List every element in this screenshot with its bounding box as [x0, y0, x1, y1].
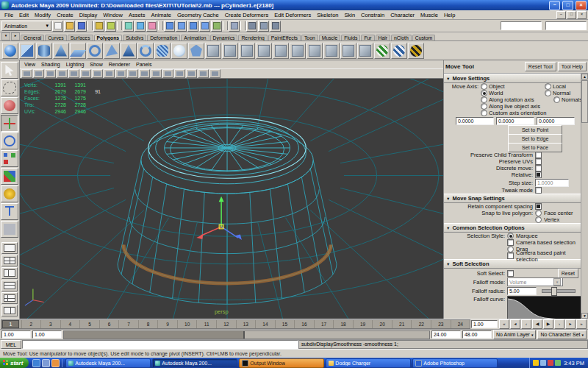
- universal-manipulator-icon[interactable]: [1, 168, 18, 185]
- soft-mod-tool-icon[interactable]: [1, 185, 18, 202]
- select-object-icon[interactable]: [135, 21, 146, 32]
- radio-drag[interactable]: [507, 246, 514, 252]
- select-camera-icon[interactable]: [21, 69, 32, 78]
- snap-to-point-icon[interactable]: [187, 21, 198, 32]
- show-manipulator-tool-icon[interactable]: [1, 203, 18, 220]
- shelf-tab[interactable]: PaintEffects: [268, 35, 301, 40]
- radio-custom-axis-orientation[interactable]: [481, 110, 487, 116]
- checker-blue-material-icon[interactable]: [391, 43, 407, 59]
- open-scene-icon[interactable]: [64, 21, 75, 32]
- safe-action-icon[interactable]: [127, 69, 138, 78]
- menu-item[interactable]: Assets: [126, 12, 148, 18]
- slider-thumb[interactable]: [551, 287, 557, 296]
- camera-based-selection-checkbox[interactable]: [507, 239, 514, 246]
- time-slider-frame[interactable]: 24: [451, 320, 470, 328]
- snap-to-grid-icon[interactable]: [164, 21, 175, 32]
- render-settings-icon[interactable]: [270, 21, 281, 32]
- menu-item[interactable]: Edit Deformers: [271, 12, 314, 18]
- resolution-gate-icon[interactable]: [104, 69, 115, 78]
- time-slider-frame[interactable]: 13: [236, 320, 256, 328]
- checker-yellow-material-icon[interactable]: [408, 43, 424, 59]
- go-to-start-button[interactable]: «: [499, 319, 509, 329]
- rotate-tool-icon[interactable]: [1, 132, 18, 149]
- time-slider-frame[interactable]: 14: [255, 320, 275, 328]
- tray-update-icon[interactable]: [533, 360, 539, 366]
- snap-to-curve-icon[interactable]: [176, 21, 187, 32]
- menu-item[interactable]: Create Deformers: [222, 12, 272, 18]
- go-to-end-button[interactable]: »: [576, 319, 587, 329]
- select-hierarchy-icon[interactable]: [123, 21, 134, 32]
- panel-menu-item[interactable]: Panels: [133, 62, 154, 67]
- tray-antivirus-icon[interactable]: [548, 360, 553, 366]
- taskbar-window-button[interactable]: Autodesk Maya 200...: [65, 358, 151, 368]
- menu-item[interactable]: Create: [54, 12, 76, 18]
- perspective-viewport[interactable]: Verts: 1391 1391 Edges: 2679 2679 91 Fac…: [20, 79, 443, 319]
- section-move-snap-settings[interactable]: ▼ Move Snap Settings: [444, 194, 581, 203]
- shelf-tab[interactable]: General: [21, 35, 44, 40]
- animation-end-field[interactable]: 48.00: [462, 330, 492, 339]
- mel-toggle-button[interactable]: MEL: [1, 340, 21, 349]
- time-slider-frame[interactable]: 11: [196, 320, 216, 328]
- shelf-tab[interactable]: Polygons: [94, 35, 123, 40]
- split-polygon-icon[interactable]: [323, 43, 340, 59]
- smooth-shade-icon[interactable]: [162, 69, 173, 78]
- panel-menu-item[interactable]: Shading: [38, 62, 63, 67]
- custom-axis-x-field[interactable]: 0.0000: [456, 117, 494, 125]
- menu-item[interactable]: Window: [100, 12, 126, 18]
- move-tool-icon[interactable]: [1, 115, 18, 132]
- relative-checkbox[interactable]: [535, 171, 542, 178]
- time-slider-frame[interactable]: 21: [392, 320, 412, 328]
- extrude-icon[interactable]: [273, 43, 289, 59]
- redo-icon[interactable]: [105, 21, 116, 32]
- grid-display-icon[interactable]: [80, 69, 91, 78]
- checker-green-material-icon[interactable]: [374, 43, 390, 59]
- title-bar[interactable]: Autodesk Maya 2009 Unlimited: D:\Downloa…: [0, 0, 588, 10]
- layout-persp-uv-button[interactable]: [1, 305, 18, 316]
- new-scene-icon[interactable]: [52, 21, 63, 32]
- time-slider-frame[interactable]: 12: [216, 320, 236, 328]
- time-slider-frame[interactable]: 3: [40, 320, 60, 328]
- status-separator[interactable]: [240, 21, 245, 30]
- section-move-settings[interactable]: ▼ Move Settings: [444, 74, 581, 83]
- taskbar-window-button[interactable]: Output Window: [239, 358, 324, 368]
- wireframe-display-icon[interactable]: [151, 69, 162, 78]
- paint-select-tool-icon[interactable]: [1, 97, 18, 114]
- minimize-button[interactable]: −: [549, 1, 560, 10]
- discrete-move-checkbox[interactable]: [535, 165, 542, 171]
- layout-hypershade-persp-button[interactable]: [1, 292, 18, 304]
- layout-single-perspective-button[interactable]: [1, 242, 18, 254]
- step-forward-one-key-button[interactable]: ▸: [565, 319, 576, 329]
- time-slider-frame[interactable]: 20: [372, 320, 392, 328]
- merge-vertex-icon[interactable]: [340, 43, 356, 59]
- bridge-icon[interactable]: [306, 43, 323, 59]
- step-back-one-frame-button[interactable]: ‹: [521, 319, 531, 329]
- shelf-options-button[interactable]: ▸: [11, 32, 20, 40]
- maximize-button[interactable]: □: [562, 1, 573, 10]
- poly-cylinder-icon[interactable]: [36, 43, 52, 59]
- separate-mesh-icon[interactable]: [256, 43, 272, 59]
- textured-display-icon[interactable]: [174, 69, 185, 78]
- shelf-menu-button[interactable]: ▾: [1, 32, 10, 40]
- preserve-child-transform-checkbox[interactable]: [535, 152, 542, 158]
- taskbar-window-button[interactable]: Autodesk Maya 200...: [152, 358, 237, 368]
- time-slider-frame[interactable]: 9: [157, 320, 177, 328]
- poly-platonic-icon[interactable]: [188, 43, 204, 59]
- snap-to-plane-icon[interactable]: [199, 21, 210, 32]
- menu-item[interactable]: Help: [441, 12, 458, 18]
- time-slider-frame[interactable]: 7: [118, 320, 138, 328]
- poly-helix-icon[interactable]: [154, 43, 171, 59]
- taskbar-window-button[interactable]: Adobe Photoshop: [412, 358, 498, 368]
- soft-select-checkbox[interactable]: [507, 270, 514, 277]
- shelf-tab[interactable]: Toon: [301, 35, 318, 40]
- layout-four-view-button[interactable]: [1, 255, 18, 266]
- custom-axis-z-field[interactable]: 0.0000: [537, 117, 575, 125]
- time-slider-frame[interactable]: 10: [177, 320, 197, 328]
- radio-face-center[interactable]: [535, 210, 542, 216]
- retain-component-spacing-checkbox[interactable]: [535, 203, 542, 210]
- radio-normal[interactable]: [545, 90, 551, 96]
- section-common-selection-options[interactable]: ▼ Common Selection Options: [444, 223, 581, 233]
- poly-pyramid-icon[interactable]: [121, 43, 137, 59]
- time-slider-frame[interactable]: 4: [60, 320, 80, 328]
- undo-icon[interactable]: [93, 21, 104, 32]
- shelf-tab[interactable]: Dynamics: [210, 35, 238, 40]
